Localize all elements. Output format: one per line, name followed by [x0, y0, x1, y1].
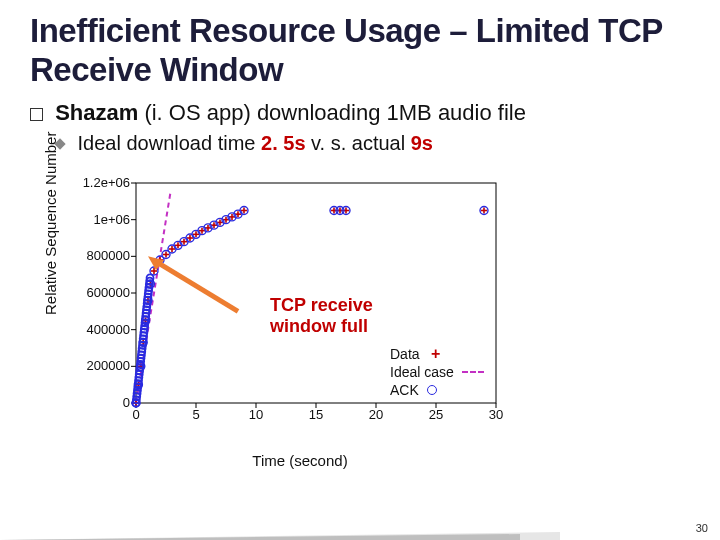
y-tick: 1.2e+06 [70, 175, 130, 190]
x-tick: 10 [241, 407, 271, 422]
y-tick: 0 [70, 395, 130, 410]
annotation-callout: TCP receive window full [270, 295, 373, 336]
legend-ideal-icon [462, 371, 484, 373]
x-tick: 20 [361, 407, 391, 422]
legend: Data + Ideal case ACK [390, 345, 484, 399]
bullet-2-t1: 2. 5s [261, 132, 305, 154]
slide: Inefficient Resource Usage – Limited TCP… [0, 0, 720, 540]
svg-line-136 [154, 260, 238, 311]
bullet-list: Shazam (i. OS app) downloading 1MB audio… [30, 100, 696, 155]
slide-title: Inefficient Resource Usage – Limited TCP… [30, 12, 696, 90]
y-tick: 800000 [70, 248, 130, 263]
y-tick: 200000 [70, 358, 130, 373]
footer-accent [0, 534, 520, 540]
y-axis-label: Relative Sequence Number [42, 131, 59, 314]
annotation-line2: window full [270, 316, 368, 336]
legend-ideal: Ideal case [390, 363, 484, 381]
chart: Relative Sequence Number Time (second) T… [60, 165, 540, 465]
legend-ack-label: ACK [390, 382, 419, 398]
legend-data-label: Data [390, 346, 420, 362]
annotation-line1: TCP receive [270, 295, 373, 315]
x-axis-label: Time (second) [60, 452, 540, 469]
bullet-1-rest: (i. OS app) downloading 1MB audio file [138, 100, 526, 125]
x-tick: 30 [481, 407, 511, 422]
legend-ack-icon [427, 385, 437, 395]
bullet-2: Ideal download time 2. 5s v. s. actual 9… [56, 132, 696, 155]
legend-ideal-label: Ideal case [390, 364, 454, 380]
y-tick: 1e+06 [70, 212, 130, 227]
bullet-1: Shazam (i. OS app) downloading 1MB audio… [30, 100, 696, 126]
legend-ack: ACK [390, 381, 484, 399]
y-tick: 400000 [70, 322, 130, 337]
page-number: 30 [696, 522, 708, 534]
x-tick: 5 [181, 407, 211, 422]
legend-data: Data + [390, 345, 484, 363]
y-tick: 600000 [70, 285, 130, 300]
x-tick: 25 [421, 407, 451, 422]
bullet-1-marker [30, 108, 43, 121]
legend-data-icon: + [428, 345, 444, 363]
bullet-1-lead: Shazam [55, 100, 138, 125]
bullet-2-a: Ideal download time [78, 132, 261, 154]
x-tick: 15 [301, 407, 331, 422]
bullet-2-t2: 9s [411, 132, 433, 154]
bullet-2-b: v. s. actual [306, 132, 411, 154]
